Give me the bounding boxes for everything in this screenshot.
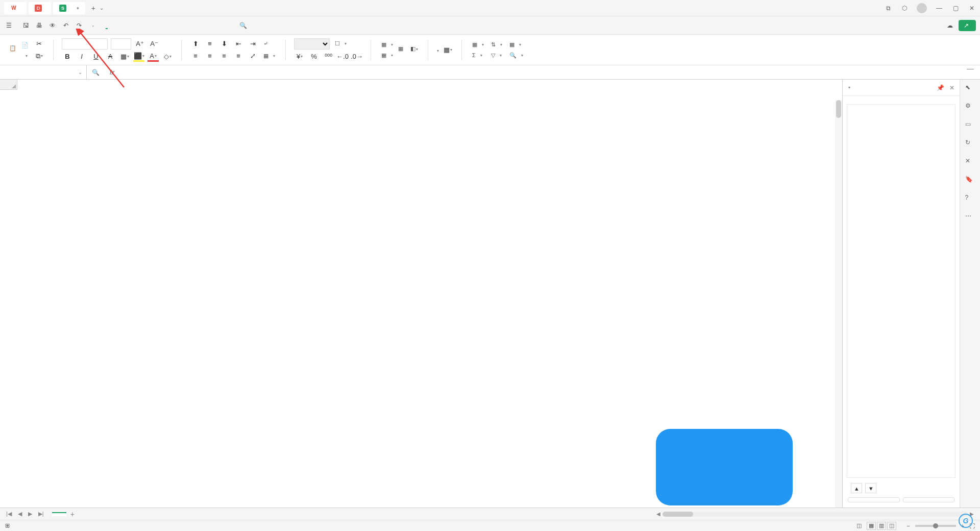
ribbon-tab-data[interactable]: [155, 22, 157, 29]
status-icon[interactable]: ⊞: [5, 522, 10, 529]
show-all-button[interactable]: [848, 497, 900, 502]
fullscreen-button[interactable]: ⛶: [969, 523, 975, 529]
sync-icon[interactable]: ↻: [965, 139, 975, 149]
align-justify-button[interactable]: ≡: [233, 51, 244, 61]
underline-button[interactable]: U: [90, 52, 102, 62]
format-brush-button[interactable]: 📋: [9, 45, 18, 55]
cloud-icon[interactable]: ☁: [945, 21, 954, 30]
split-view-button[interactable]: ◫: [887, 522, 896, 530]
increase-indent-button[interactable]: ⇥: [247, 39, 258, 49]
device-icon[interactable]: ▭: [965, 120, 975, 131]
align-left-button[interactable]: ≡: [190, 51, 201, 61]
fx-icon[interactable]: fx: [105, 69, 119, 76]
sum-button[interactable]: Σ▾: [470, 51, 486, 59]
row-col-button[interactable]: ▦▾: [379, 40, 395, 49]
normal-view-button[interactable]: ▦: [867, 522, 876, 530]
strikethrough-button[interactable]: A: [105, 52, 116, 62]
ribbon-tab-home[interactable]: [106, 22, 108, 29]
decrease-indent-button[interactable]: ⇤: [233, 39, 244, 49]
close-pane-icon[interactable]: ✕: [949, 84, 954, 91]
pane-dropdown[interactable]: ▾: [848, 85, 850, 90]
print-preview-icon[interactable]: 👁: [48, 21, 57, 30]
orientation-button[interactable]: ⤢: [247, 51, 258, 61]
name-dropdown[interactable]: ⌄: [78, 69, 82, 75]
zoom-formula-icon[interactable]: 🔍: [87, 69, 105, 76]
freeze-button[interactable]: ▦▾: [507, 40, 525, 49]
align-center-button[interactable]: ≡: [204, 51, 215, 61]
align-middle-button[interactable]: ≡: [204, 39, 215, 49]
ribbon-tab-insert[interactable]: [118, 22, 120, 29]
decrease-font-button[interactable]: A⁻: [149, 39, 160, 49]
thousands-button[interactable]: ⁰⁰⁰: [323, 52, 334, 62]
ribbon-tab-member[interactable]: [204, 22, 206, 29]
zoom-out-button[interactable]: −: [906, 523, 910, 529]
search-icon[interactable]: 🔍: [238, 21, 248, 30]
undo-icon[interactable]: ↶: [61, 21, 70, 30]
cell-style-button[interactable]: ◧▾: [410, 45, 420, 55]
ribbon-tab-efficiency[interactable]: [216, 22, 218, 29]
qat-dropdown[interactable]: ⌄: [88, 21, 97, 30]
name-box[interactable]: ⌄: [0, 65, 87, 79]
bookmark-icon[interactable]: 🔖: [965, 176, 975, 186]
close-button[interactable]: ✕: [968, 4, 976, 12]
window-layout-icon[interactable]: ⧉: [884, 4, 892, 12]
convert-button[interactable]: ☐▾: [333, 39, 349, 48]
zoom-in-button[interactable]: +: [961, 523, 964, 529]
tab-list-dropdown[interactable]: ⌄: [100, 5, 104, 11]
cut-button[interactable]: ✂: [34, 39, 45, 49]
wrap-text-button[interactable]: ⤶: [261, 39, 272, 48]
ribbon-tab-tools[interactable]: [191, 22, 193, 29]
format-button[interactable]: ▦▾: [442, 45, 453, 55]
ribbon-tab-formula[interactable]: [142, 22, 144, 29]
ribbon-tab-review[interactable]: [167, 22, 169, 29]
save-icon[interactable]: 🖫: [21, 21, 31, 30]
sheet-last-button[interactable]: ▶|: [36, 511, 46, 517]
currency-button[interactable]: ¥▾: [294, 52, 305, 62]
zoom-slider[interactable]: [915, 525, 956, 527]
pin-icon[interactable]: 📌: [937, 84, 944, 91]
cell-reference-input[interactable]: [4, 69, 78, 76]
more-icon[interactable]: ⋯: [965, 212, 975, 223]
spreadsheet-grid[interactable]: [0, 80, 842, 508]
font-name-select[interactable]: [62, 38, 108, 50]
vertical-scrollbar[interactable]: [835, 100, 842, 508]
tab-template[interactable]: D: [29, 2, 51, 14]
tools-icon[interactable]: ✕: [965, 157, 975, 167]
view-icon-1[interactable]: ◫: [856, 522, 862, 529]
page-view-button[interactable]: ▥: [877, 522, 886, 530]
align-bottom-button[interactable]: ⬇: [218, 39, 230, 49]
help-icon[interactable]: ?: [965, 194, 975, 204]
filter-button[interactable]: ▽▾: [489, 51, 504, 60]
collapse-ribbon-button[interactable]: —: [967, 64, 974, 73]
fill-button[interactable]: ▦▾: [470, 40, 486, 49]
redo-icon[interactable]: ↷: [75, 21, 84, 30]
ribbon-tab-smart[interactable]: [228, 22, 230, 29]
increase-decimal-button[interactable]: .0→: [351, 52, 362, 62]
align-top-button[interactable]: ⬆: [190, 39, 201, 49]
bold-button[interactable]: B: [62, 52, 73, 62]
fill-color-button[interactable]: ⬛▾: [133, 52, 144, 62]
print-icon[interactable]: 🖶: [35, 21, 44, 30]
increase-font-button[interactable]: A⁺: [134, 39, 145, 49]
send-backward-button[interactable]: ▾: [865, 483, 876, 493]
package-icon[interactable]: ⬡: [900, 4, 909, 12]
formula-input[interactable]: [119, 68, 980, 76]
font-size-select[interactable]: [111, 38, 131, 50]
decrease-decimal-button[interactable]: ←.0: [337, 52, 348, 62]
find-button[interactable]: 🔍▾: [507, 51, 525, 60]
sheet-tab-1[interactable]: [52, 512, 66, 516]
sheet-first-button[interactable]: |◀: [4, 511, 14, 517]
sort-button[interactable]: ⇅▾: [489, 40, 504, 49]
menu-icon[interactable]: ☰: [4, 21, 13, 30]
select-all-corner[interactable]: [0, 80, 17, 90]
sheet-next-button[interactable]: ▶: [26, 511, 34, 517]
ribbon-tab-view[interactable]: [179, 22, 181, 29]
worksheet-button[interactable]: ▦▾: [379, 51, 395, 60]
align-right-button[interactable]: ≡: [218, 51, 230, 61]
merge-cells-button[interactable]: ▦▾: [261, 52, 277, 60]
italic-button[interactable]: I: [76, 52, 87, 62]
table-style-button[interactable]: ▦: [398, 45, 407, 55]
percent-button[interactable]: %: [308, 52, 320, 62]
maximize-button[interactable]: ▢: [951, 4, 960, 12]
font-color-button[interactable]: A▾: [148, 52, 159, 62]
